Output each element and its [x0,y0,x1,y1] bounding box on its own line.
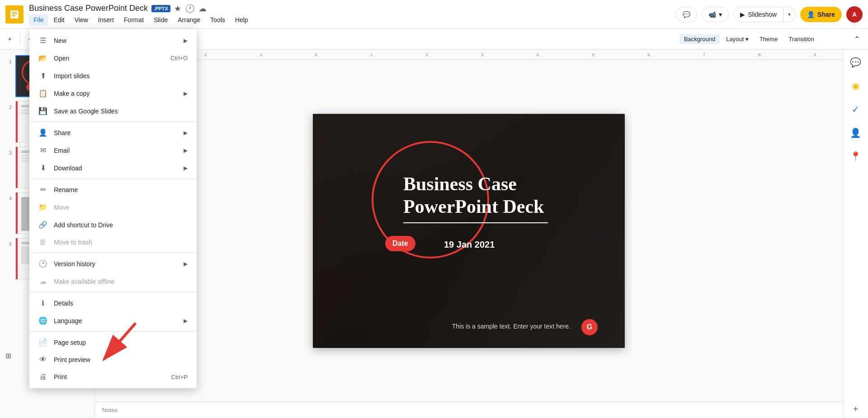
menu-item-print[interactable]: 🖨 Print Ctrl+P [29,368,197,385]
menu-item-printpreview-label: Print preview [54,356,90,363]
menu-item-offline-label: Make available offline [54,278,114,285]
svg-rect-1 [12,12,17,13]
menu-item-rename[interactable]: ✏ Rename [29,181,197,198]
meet-button[interactable]: 📹 ▾ [702,7,729,22]
topbar-right: 💬 📹 ▾ ▶ Slideshow ▾ 👤 Share A [676,6,863,23]
copy-arrow: ▶ [184,90,188,97]
shortcut-icon: 🔗 [38,221,47,229]
version-icon: 🕐 [38,259,47,268]
new-arrow: ▶ [184,38,188,44]
app-icon[interactable] [5,5,24,23]
new-icon: ☰ [38,36,47,45]
menu-item-version[interactable]: 🕐 Version history ▶ [29,255,197,272]
slide-num-3: 3 [4,146,12,155]
menu-insert[interactable]: Insert [94,14,118,25]
version-arrow: ▶ [184,261,188,267]
language-icon: 🌐 [38,316,47,325]
menu-divider-2 [29,178,197,179]
menu-item-email-label: Email [54,147,70,154]
right-panel-maps-icon[interactable]: 📍 [847,147,865,165]
notes-bar[interactable]: Notes [95,402,843,418]
right-panel-chat-icon[interactable]: 💬 [847,53,865,71]
trash-icon: 🗑 [38,238,47,246]
menu-edit[interactable]: Edit [49,14,69,25]
canvas-user-avatar: G [581,319,598,335]
toolbar-background[interactable]: Background [679,34,720,44]
meet-arrow: ▾ [719,11,722,18]
history-icon[interactable]: 🕐 [185,4,195,14]
toolbar-theme[interactable]: Theme [755,34,782,44]
doc-title[interactable]: Business Case PowerPoint Deck [29,4,148,13]
toolbar-divider-1 [20,34,20,45]
import-icon: ⬆ [38,71,47,80]
menu-item-open[interactable]: 📂 Open Ctrl+O [29,49,197,67]
right-panel: 💬 ◉ ✓ 👤 📍 + [843,50,868,418]
slideshow-label: Slideshow [748,11,777,18]
slideshow-dropdown-arrow[interactable]: ▾ [783,8,795,21]
menu-item-shortcut-label: Add shortcut to Drive [54,221,113,229]
menu-view[interactable]: View [70,14,93,25]
menu-item-open-label: Open [54,55,69,62]
slide-canvas[interactable]: Business Case PowerPoint Deck Date 19 Ja… [313,114,625,348]
menu-arrange[interactable]: Arrange [173,14,205,25]
menu-item-rename-label: Rename [54,186,78,193]
menu-file[interactable]: File [29,14,48,25]
offline-icon: ☁ [38,277,47,286]
menu-slide[interactable]: Slide [149,14,172,25]
menu-help[interactable]: Help [231,14,253,25]
slide-num-1: 1 [4,55,12,64]
doc-icons: ★ 🕐 ☁ [174,4,207,14]
email-arrow: ▶ [184,147,188,154]
menu-item-copy-label: Make a copy [54,90,90,97]
menu-item-import[interactable]: ⬆ Import slides [29,67,197,85]
menu-item-language-label: Language [54,317,82,324]
meet-icon: 📹 [708,11,716,18]
toolbar-transition[interactable]: Transition [784,34,819,44]
right-panel-people-icon[interactable]: 👤 [847,124,865,142]
menu-item-new[interactable]: ☰ New ▶ [29,32,197,49]
menu-item-printpreview[interactable]: 👁 Print preview [29,351,197,368]
chat-button[interactable]: 💬 [676,7,697,22]
menu-item-download[interactable]: ⬇ Download ▶ [29,159,197,177]
slide-num-4: 4 [4,192,12,201]
slideshow-main[interactable]: ▶ Slideshow [734,7,783,22]
file-menu: ☰ New ▶ 📂 Open Ctrl+O ⬆ Import slides 📋 … [29,29,197,388]
share-person-icon: 👤 [807,11,815,18]
share-arrow: ▶ [184,130,188,136]
menu-item-details[interactable]: ℹ Details [29,294,197,312]
menu-divider-1 [29,122,197,122]
pagesetup-icon: 📄 [38,338,47,347]
slide-canvas-wrapper: Business Case PowerPoint Deck Date 19 Ja… [95,60,843,402]
user-avatar[interactable]: A [846,6,863,23]
menu-item-shortcut[interactable]: 🔗 Add shortcut to Drive [29,216,197,234]
menu-item-email[interactable]: ✉ Email ▶ [29,141,197,159]
ruler-marks: -3 -2 -1 0 1 2 3 4 5 6 7 8 9 [122,52,843,57]
grid-view-icon[interactable]: ⊞ [5,352,11,360]
menu-item-copy[interactable]: 📋 Make a copy ▶ [29,85,197,102]
right-panel-check-icon[interactable]: ✓ [847,100,865,118]
slide-num-2: 2 [4,101,12,110]
right-panel-add-icon[interactable]: + [853,404,859,414]
menu-item-save-slides[interactable]: 💾 Save as Google Slides [29,102,197,120]
menu-item-language[interactable]: 🌐 Language ▶ [29,312,197,329]
toolbar-collapse[interactable]: ⌃ [849,33,864,45]
open-icon: 📂 [38,54,47,62]
copy-icon: 📋 [38,89,47,98]
menu-item-share[interactable]: 👤 Share ▶ [29,124,197,141]
menu-item-pagesetup[interactable]: 📄 Page setup [29,333,197,351]
menu-divider-4 [29,292,197,292]
star-icon[interactable]: ★ [174,4,181,14]
share-button[interactable]: 👤 Share [800,7,842,22]
menu-format[interactable]: Format [119,14,148,25]
toolbar-add-button[interactable]: + [4,34,16,44]
menu-tools[interactable]: Tools [206,14,230,25]
slideshow-button[interactable]: ▶ Slideshow ▾ [733,7,796,22]
slide2-red-bar [16,101,18,142]
toolbar-layout[interactable]: Layout ▾ [722,34,753,44]
download-arrow: ▶ [184,165,188,171]
cloud-icon[interactable]: ☁ [198,4,207,14]
print-shortcut: Ctrl+P [171,374,188,380]
menu-item-print-label: Print [54,373,67,380]
right-panel-tasks-icon[interactable]: ◉ [847,77,865,95]
menu-item-details-label: Details [54,300,73,307]
